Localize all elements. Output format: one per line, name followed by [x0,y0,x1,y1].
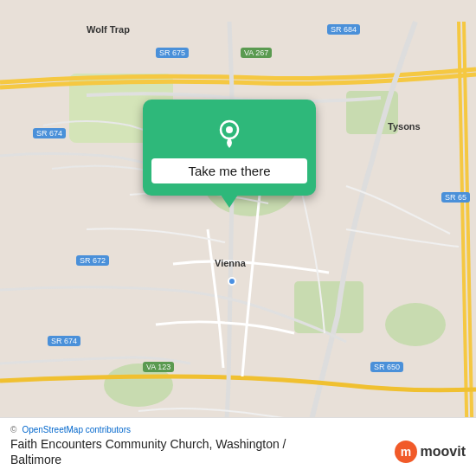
wolf-trap-label: Wolf Trap [87,24,130,35]
sr672-badge: SR 672 [76,255,109,266]
moovit-logo: m moovit [394,440,466,464]
sr684-badge: SR 684 [327,24,360,35]
moovit-text: moovit [421,444,466,460]
sr674-1-badge: SR 674 [33,128,66,138]
vienna-label: Vienna [215,258,246,268]
sr675-badge: SR 675 [156,48,189,58]
svg-point-9 [226,126,233,133]
sr674-2-badge: SR 674 [48,336,80,346]
sr65-badge: SR 65 [441,192,470,203]
sr650-badge: SR 650 [370,362,403,372]
svg-text:m: m [400,445,410,459]
pin-icon [212,115,247,150]
va267-badge: VA 267 [241,48,272,58]
place-name: Faith Encounters Community Church, Washi… [10,437,286,451]
map-container: Wolf Trap Tysons Vienna VA 267 SR 675 SR… [0,0,476,476]
svg-rect-0 [0,22,476,454]
bottom-bar: © OpenStreetMap contributors Faith Encou… [0,417,476,476]
location-popup: Take me there [143,100,316,196]
svg-point-5 [385,303,446,346]
place-name2: Baltimore [10,453,61,466]
osm-link[interactable]: OpenStreetMap contributors [22,425,131,434]
take-me-there-button[interactable]: Take me there [151,158,307,183]
place-name-container: Faith Encounters Community Church, Washi… [10,436,286,467]
moovit-icon: m [394,440,418,464]
tysons-label: Tysons [388,121,421,132]
svg-rect-4 [294,281,363,333]
osm-copyright: © [10,425,16,434]
va123-badge: VA 123 [143,362,174,372]
svg-point-7 [228,278,235,285]
